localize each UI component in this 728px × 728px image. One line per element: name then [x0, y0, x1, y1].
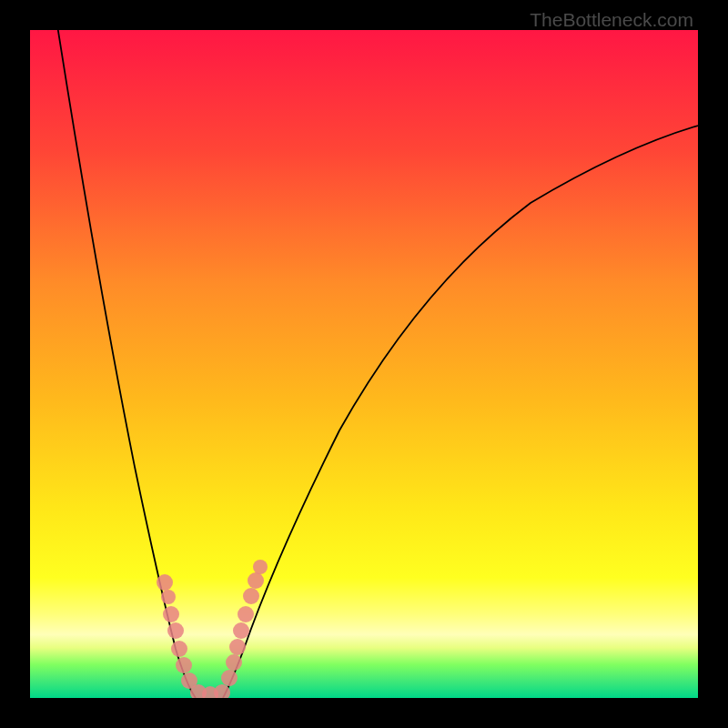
data-point — [243, 588, 259, 604]
chart-area — [30, 30, 698, 698]
data-point — [238, 606, 254, 622]
curves-layer — [30, 30, 698, 698]
data-point — [233, 622, 249, 639]
watermark-text: TheBottleneck.com — [530, 9, 693, 31]
data-point — [226, 654, 242, 671]
data-point — [221, 670, 238, 686]
data-point — [248, 572, 264, 589]
data-point — [229, 639, 246, 655]
data-point — [171, 641, 187, 657]
data-point — [157, 574, 173, 591]
data-point — [161, 590, 176, 604]
data-point — [167, 622, 184, 639]
data-point — [176, 657, 192, 673]
data-point — [253, 560, 268, 574]
right-curve — [223, 126, 698, 698]
data-point — [163, 606, 179, 622]
